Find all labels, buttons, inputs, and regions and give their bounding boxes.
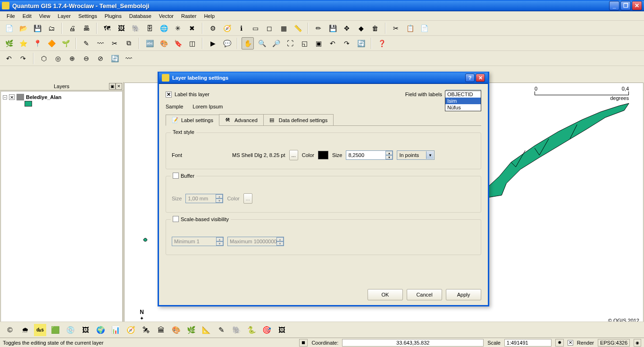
labeling-button[interactable]: 🔤: [143, 37, 156, 50]
window-minimize-button[interactable]: _: [609, 1, 619, 10]
deselect-button[interactable]: ◻: [263, 22, 276, 34]
plugin-btn-16[interactable]: 🐘: [230, 324, 243, 336]
copy-button[interactable]: 📋: [404, 22, 416, 34]
menu-raster[interactable]: Raster: [177, 12, 200, 20]
zoom-in-button[interactable]: 🔍: [256, 37, 268, 50]
menu-settings[interactable]: Settings: [75, 12, 101, 20]
new-vector-button[interactable]: ✳: [172, 22, 184, 34]
render-checkbox[interactable]: ✕: [568, 340, 573, 346]
plugin-btn-3[interactable]: d₂s: [34, 324, 46, 336]
plugin-btn-12[interactable]: 🎨: [170, 324, 182, 336]
ok-button[interactable]: OK: [368, 289, 403, 300]
menu-vector[interactable]: Vector: [155, 12, 177, 20]
projection-status-button[interactable]: ◉: [634, 339, 641, 347]
bookmark-button[interactable]: 🔖: [172, 37, 184, 50]
add-vector-button[interactable]: 🗺: [101, 22, 113, 34]
menu-view[interactable]: View: [35, 12, 54, 20]
plugin-btn-17[interactable]: 🐍: [245, 324, 258, 336]
add-gps-button[interactable]: 📍: [31, 37, 43, 50]
field-option-isim[interactable]: Isim: [445, 98, 481, 104]
zoom-last-button[interactable]: ↶: [326, 37, 339, 50]
zoom-out-button[interactable]: 🔎: [270, 37, 282, 50]
zoom-full-button[interactable]: ⛶: [284, 37, 296, 50]
node-tool-button[interactable]: ◆: [355, 22, 367, 34]
digitize-tool-button[interactable]: ✎: [80, 37, 92, 50]
layer-visibility-checkbox[interactable]: ✕: [9, 94, 15, 100]
undo-button[interactable]: ↶: [3, 52, 15, 65]
layers-panel-undock-button[interactable]: ▣: [109, 83, 116, 90]
zoom-next-button[interactable]: ↷: [341, 37, 353, 50]
print-composer-button[interactable]: 🖨: [66, 22, 78, 34]
field-option-nufus[interactable]: Nüfus: [445, 104, 481, 111]
paste-button[interactable]: 📄: [418, 22, 430, 34]
dialog-help-button[interactable]: ?: [465, 74, 475, 82]
redo-button[interactable]: ↷: [17, 52, 29, 65]
label-this-layer-checkbox[interactable]: ✕: [166, 91, 172, 98]
add-wms-button[interactable]: 🌐: [158, 22, 170, 34]
map-tips-button[interactable]: 💬: [221, 37, 233, 50]
simplify-button[interactable]: ⬡: [38, 52, 50, 65]
add-delimited-button[interactable]: ⭐: [17, 37, 29, 50]
add-postgis-button[interactable]: 🐘: [129, 22, 142, 34]
help-button[interactable]: ❓: [376, 37, 388, 50]
layers-panel-close-button[interactable]: ✕: [116, 83, 122, 90]
add-spatialite-button[interactable]: 🗄: [143, 22, 156, 34]
new-project-button[interactable]: 📄: [3, 22, 15, 34]
plugin-btn-8[interactable]: 📊: [109, 324, 122, 336]
measure-button[interactable]: 📏: [292, 22, 304, 34]
layer-properties-button[interactable]: ⚙: [207, 22, 219, 34]
plugin-btn-5[interactable]: 💿: [64, 324, 76, 336]
menu-database[interactable]: Database: [125, 12, 155, 20]
composer-manager-button[interactable]: 🖶: [80, 22, 92, 34]
refresh-button[interactable]: 🔄: [355, 37, 367, 50]
zoom-selection-button[interactable]: ◱: [298, 37, 310, 50]
menu-file[interactable]: File: [3, 12, 19, 20]
crs-status-button[interactable]: ✹: [555, 339, 564, 347]
pan-button[interactable]: ✋: [242, 37, 254, 50]
split-button[interactable]: ✂: [109, 37, 121, 50]
zoom-layer-button[interactable]: ▣: [312, 37, 325, 50]
merge-button[interactable]: ⧉: [123, 37, 135, 50]
toggle-edit-button[interactable]: ✏: [312, 22, 325, 34]
plugin-btn-4[interactable]: 🟩: [49, 324, 61, 336]
open-project-button[interactable]: 📂: [17, 22, 29, 34]
dialog-titlebar[interactable]: Layer labeling settings ? ✕: [159, 72, 488, 84]
size-spin-up[interactable]: ▲: [385, 151, 393, 155]
plugin-btn-7[interactable]: 🌍: [94, 324, 107, 336]
add-part-button[interactable]: ⊕: [66, 52, 78, 65]
plugin-btn-18[interactable]: 🎯: [260, 324, 273, 336]
menu-edit[interactable]: Edit: [19, 12, 35, 20]
size-unit-select[interactable]: In points ▼: [397, 150, 435, 160]
reshape-button[interactable]: 〰: [94, 37, 107, 50]
save-edits-button[interactable]: 💾: [326, 22, 339, 34]
tree-collapse-icon[interactable]: −: [3, 95, 7, 99]
scale-input[interactable]: [504, 339, 552, 347]
style-button[interactable]: 🎨: [158, 37, 170, 50]
epsg-label[interactable]: EPSG:4326: [598, 339, 630, 347]
add-raster-button[interactable]: 🖼: [115, 22, 127, 34]
tab-advanced[interactable]: 🛠 Advanced: [219, 114, 264, 125]
dialog-close-button[interactable]: ✕: [476, 74, 485, 82]
tab-label-settings[interactable]: 📝 Label settings: [166, 115, 219, 126]
add-oracle-button[interactable]: 🔶: [45, 37, 58, 50]
field-option-objectid[interactable]: OBJECTID: [445, 91, 481, 98]
font-picker-button[interactable]: ...: [289, 150, 298, 160]
stop-render-button[interactable]: ⏹: [299, 339, 308, 347]
identify-button[interactable]: ℹ: [235, 22, 247, 34]
attribute-table-button[interactable]: ▦: [277, 22, 290, 34]
save-project-button[interactable]: 💾: [31, 22, 43, 34]
window-maximize-button[interactable]: ❐: [620, 1, 631, 10]
plugin-btn-2[interactable]: 🌧: [19, 324, 31, 336]
plugin-btn-1[interactable]: ©: [4, 324, 16, 336]
run-feature-action-button[interactable]: ▶: [207, 37, 219, 50]
menu-help[interactable]: Help: [200, 12, 218, 20]
save-as-button[interactable]: 🗂: [45, 22, 58, 34]
plugin-btn-14[interactable]: 📐: [200, 324, 212, 336]
plugin-btn-6[interactable]: 🖼: [79, 324, 92, 336]
overview-button[interactable]: ◫: [186, 37, 198, 50]
add-wfs-button[interactable]: 🌿: [3, 37, 15, 50]
window-close-button[interactable]: ✕: [632, 1, 642, 10]
cancel-button[interactable]: Cancel: [407, 289, 442, 300]
plugin-btn-10[interactable]: 🛰: [140, 324, 152, 336]
menu-layer[interactable]: Layer: [54, 12, 75, 20]
